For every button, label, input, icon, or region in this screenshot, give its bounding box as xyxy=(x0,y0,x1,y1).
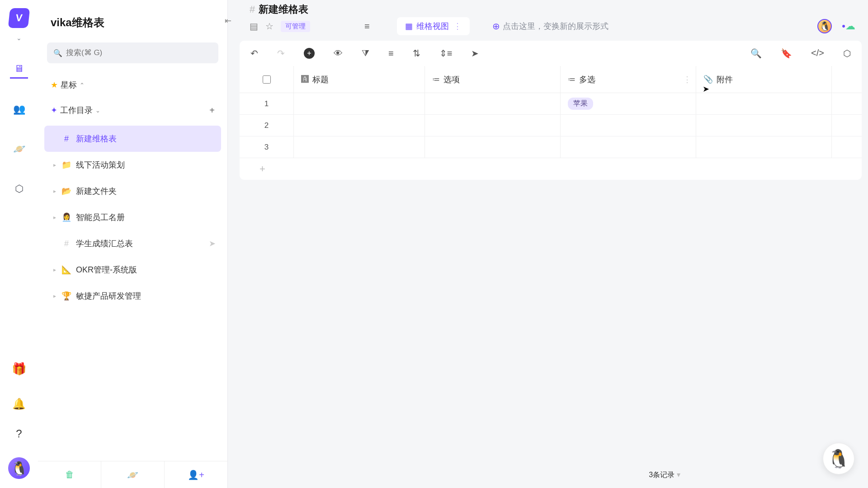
col-title-label: 标题 xyxy=(312,74,329,85)
expand-icon[interactable]: ▸ xyxy=(53,162,61,168)
expand-icon[interactable]: ▸ xyxy=(53,293,61,299)
grid-row[interactable]: 3 xyxy=(240,136,862,158)
nav-contacts-icon[interactable]: 👥 xyxy=(10,100,28,118)
section-workdir[interactable]: ✦ 工作目录 ⌄ + xyxy=(38,98,227,123)
cell-multi[interactable] xyxy=(561,115,696,136)
col-attach[interactable]: 📎附件 xyxy=(696,66,832,93)
group-button[interactable]: ≡ xyxy=(388,48,394,59)
node-label: 学生成绩汇总表 xyxy=(76,238,133,249)
grid-view-icon: ▦ xyxy=(405,21,413,31)
insert-row-button[interactable]: + xyxy=(304,48,315,59)
tree-node-2[interactable]: ▸📂新建文件夹 xyxy=(44,178,221,204)
grid-row[interactable]: 2 xyxy=(240,115,862,136)
col-title[interactable]: 🅰标题 xyxy=(294,66,425,93)
search-in-view-button[interactable]: 🔍 xyxy=(750,48,762,59)
cell-attach[interactable] xyxy=(696,115,832,136)
cell-option[interactable] xyxy=(425,115,561,136)
trash-button[interactable]: 🗑 xyxy=(38,461,101,488)
sort-button[interactable]: ⇅ xyxy=(413,48,420,59)
current-view-chip[interactable]: ▦ 维格视图 ⋮ xyxy=(397,17,470,35)
desc-icon[interactable]: ▤ xyxy=(250,21,258,32)
cell-title[interactable] xyxy=(294,136,425,158)
tree-node-4[interactable]: #学生成绩汇总表➤ xyxy=(44,230,221,257)
chevron-up-icon: ⌃ xyxy=(80,82,85,89)
template-button[interactable]: 🪐 xyxy=(101,461,165,488)
node-icon: 📐 xyxy=(61,265,71,275)
select-all-checkbox[interactable] xyxy=(263,75,271,84)
tree-node-3[interactable]: ▸👩‍💼智能员工名册 xyxy=(44,204,221,230)
search-input[interactable] xyxy=(66,48,212,57)
left-rail: V ⌄ 🖥 👥 🪐 ⬡ 🎁 🔔 ? 🐧 xyxy=(0,0,38,488)
user-avatar[interactable]: 🐧 xyxy=(8,457,30,479)
expand-icon[interactable]: ▸ xyxy=(53,188,61,194)
sheet-title: 新建维格表 xyxy=(259,3,308,16)
section-starred[interactable]: ★ 星标 ⌃ xyxy=(38,72,227,98)
grid-row[interactable]: 1苹果 xyxy=(240,93,862,115)
sidebar-bottom: 🗑 🪐 👤+ xyxy=(38,461,227,488)
cell-attach[interactable] xyxy=(696,136,832,158)
col-multi[interactable]: ≔多选⋮ xyxy=(561,66,696,93)
widget-button[interactable]: ⬡ xyxy=(843,48,851,59)
cell-option[interactable] xyxy=(425,136,561,158)
filter-button[interactable]: ⧩ xyxy=(362,48,369,59)
rocket-icon: ✦ xyxy=(51,105,57,115)
send-icon[interactable]: ➤ xyxy=(209,239,216,249)
notifications-icon[interactable]: 🔔 xyxy=(12,398,26,410)
view-options-icon[interactable]: ⋮ xyxy=(453,21,462,31)
cell-title[interactable] xyxy=(294,93,425,114)
select-all-cell[interactable] xyxy=(240,66,294,93)
nav-settings-icon[interactable]: ⬡ xyxy=(10,180,28,198)
col-option[interactable]: ≔选项 xyxy=(425,66,561,93)
tree-node-0[interactable]: #新建维格表 xyxy=(44,126,221,152)
favorite-icon[interactable]: ☆ xyxy=(265,21,274,32)
redo-button[interactable]: ↷ xyxy=(277,48,285,59)
record-count[interactable]: 3条记录 ▾ xyxy=(649,470,680,480)
share-button[interactable]: ➤ xyxy=(471,48,479,59)
add-view-text: 点击这里，变换新的展示形式 xyxy=(503,21,609,32)
row-number[interactable]: 3 xyxy=(240,136,294,158)
sync-status-icon[interactable]: •☁ xyxy=(842,20,855,32)
row-height-button[interactable]: ⇕≡ xyxy=(439,48,453,59)
views-list-icon[interactable]: ≡ xyxy=(364,21,370,32)
col-multi-menu-icon[interactable]: ⋮ xyxy=(683,75,691,84)
search-box[interactable]: 🔍 xyxy=(47,42,218,63)
gift-icon[interactable]: 🎁 xyxy=(12,362,26,376)
cell-title[interactable] xyxy=(294,115,425,136)
assistant-bot-button[interactable]: 🐧 xyxy=(823,443,854,474)
node-label: 新建文件夹 xyxy=(76,186,117,197)
invite-button[interactable]: 👤+ xyxy=(165,461,227,488)
add-view-hint[interactable]: ⊕ 点击这里，变换新的展示形式 xyxy=(492,21,609,32)
sidebar: vika维格表 🔍 ★ 星标 ⌃ ✦ 工作目录 ⌄ + #新建维格表▸📁线下活动… xyxy=(38,0,228,488)
api-button[interactable]: </> xyxy=(811,48,824,59)
chevron-down-icon: ▾ xyxy=(677,471,680,479)
permission-badge[interactable]: 可管理 xyxy=(281,21,310,32)
tree-node-6[interactable]: ▸🏆敏捷产品研发管理 xyxy=(44,283,221,309)
workspace-switch-icon[interactable]: ⌄ xyxy=(16,34,22,42)
plus-circle-icon: ⊕ xyxy=(492,21,500,32)
tree-node-1[interactable]: ▸📁线下活动策划 xyxy=(44,152,221,178)
undo-button[interactable]: ↶ xyxy=(250,48,258,59)
cell-multi[interactable] xyxy=(561,136,696,158)
app-logo[interactable]: V xyxy=(8,8,30,28)
nav-explore-icon[interactable]: 🪐 xyxy=(10,140,28,158)
cell-attach[interactable] xyxy=(696,93,832,114)
expand-icon[interactable]: ▸ xyxy=(53,214,61,221)
node-icon: 👩‍💼 xyxy=(61,212,71,222)
multi-tag: 苹果 xyxy=(568,98,593,110)
row-number[interactable]: 1 xyxy=(240,93,294,114)
cell-option[interactable] xyxy=(425,93,561,114)
tree-node-5[interactable]: ▸📐OKR管理-系统版 xyxy=(44,257,221,283)
add-node-button[interactable]: + xyxy=(209,105,215,116)
text-field-icon: 🅰 xyxy=(301,75,309,84)
row-number[interactable]: 2 xyxy=(240,115,294,136)
node-label: 智能员工名册 xyxy=(76,212,125,223)
export-button[interactable]: 🔖 xyxy=(781,48,792,59)
add-row-button[interactable]: + xyxy=(240,158,862,180)
hide-fields-button[interactable]: 👁 xyxy=(334,48,343,59)
cell-multi[interactable]: 苹果 xyxy=(561,93,696,114)
hash-icon: # xyxy=(250,4,255,15)
nav-workbench-icon[interactable]: 🖥 xyxy=(10,61,28,79)
help-icon[interactable]: ? xyxy=(16,427,22,440)
collaborator-avatar[interactable]: 🐧 xyxy=(817,19,832,33)
expand-icon[interactable]: ▸ xyxy=(53,267,61,273)
